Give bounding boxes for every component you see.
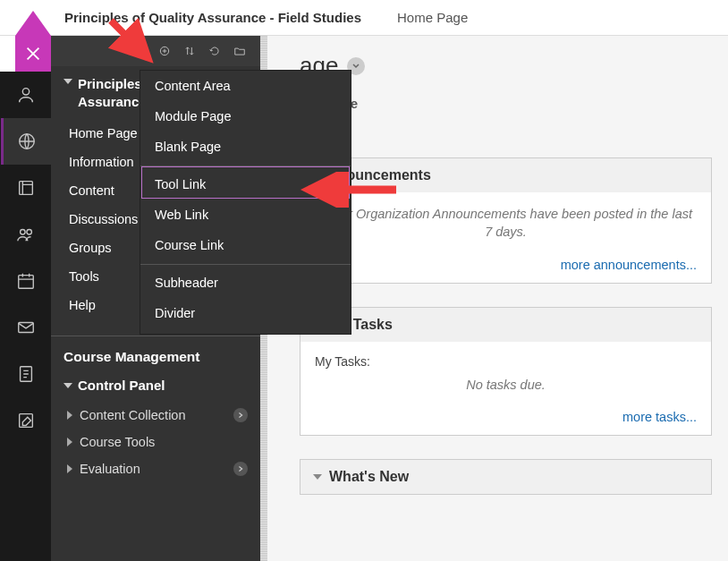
reorder-button[interactable] (178, 39, 201, 63)
doc-icon (16, 364, 36, 384)
mail-icon (16, 318, 36, 337)
rail-calendar[interactable] (1, 165, 51, 211)
more-tasks-link[interactable]: more tasks... (301, 406, 711, 435)
whatsnew-card: What's New (300, 459, 712, 495)
folder-button[interactable] (228, 39, 251, 63)
close-icon (23, 44, 43, 64)
rail-profile[interactable] (1, 72, 51, 118)
edit-icon (16, 411, 36, 430)
user-icon (16, 85, 36, 105)
tasks-card: My Tasks My Tasks: No tasks due. more ta… (300, 307, 712, 436)
course-management-header: Course Management (51, 349, 260, 378)
refresh-icon (208, 45, 221, 57)
tasks-empty: No tasks due. (315, 376, 697, 394)
svg-point-4 (26, 230, 30, 235)
whatsnew-header[interactable]: What's New (301, 460, 711, 494)
menu-module-page[interactable]: Module Page (140, 101, 351, 132)
control-panel-header[interactable]: Control Panel (51, 378, 260, 402)
divider (51, 336, 260, 336)
tasks-header[interactable]: My Tasks (301, 308, 711, 342)
chevron-down-icon (63, 383, 72, 388)
svg-point-3 (20, 230, 24, 235)
rail-community[interactable] (1, 211, 51, 258)
svg-rect-6 (18, 323, 33, 333)
cp-evaluation[interactable]: Evaluation (51, 455, 260, 482)
svg-line-10 (111, 21, 148, 58)
menu-divider[interactable]: Divider (140, 298, 351, 328)
rail-mail[interactable] (1, 304, 51, 351)
go-icon (233, 408, 248, 422)
announcements-empty: rse or Organization Announcements have b… (315, 205, 697, 242)
menu-course-link[interactable]: Course Link (140, 230, 351, 260)
chevron-right-icon (67, 411, 72, 420)
updown-icon (183, 45, 196, 57)
rail-edit[interactable] (1, 397, 51, 444)
people-icon (16, 225, 36, 244)
rail-schedule[interactable] (1, 258, 51, 304)
calendar-icon (16, 271, 36, 291)
chevron-down-icon (313, 474, 322, 480)
more-announcements-link[interactable]: more announcements... (301, 254, 711, 283)
breadcrumb-home[interactable]: Home Page (397, 10, 468, 25)
left-rail (0, 72, 51, 561)
annotation-arrow-1 (104, 13, 166, 76)
menu-blank-page[interactable]: Blank Page (140, 132, 351, 162)
svg-point-0 (22, 89, 29, 95)
close-button[interactable] (15, 36, 51, 72)
book-icon (16, 178, 36, 198)
svg-rect-2 (19, 182, 32, 195)
svg-rect-5 (18, 276, 33, 289)
control-panel-list: Content Collection Course Tools Evaluati… (51, 402, 260, 482)
add-course-module[interactable]: e Module (300, 96, 712, 111)
menu-content-area[interactable]: Content Area (140, 71, 351, 101)
annotation-arrow-2 (298, 172, 405, 208)
go-icon (233, 462, 248, 476)
chevron-right-icon (67, 438, 72, 446)
folder-icon (233, 45, 246, 57)
rail-courses[interactable] (1, 118, 51, 165)
cp-course-tools[interactable]: Course Tools (51, 429, 260, 455)
rail-docs[interactable] (1, 351, 51, 397)
refresh-button[interactable] (203, 39, 226, 63)
menu-subheader[interactable]: Subheader (140, 264, 351, 298)
chevron-down-icon (63, 79, 72, 84)
page-title-row: age (300, 52, 712, 80)
cp-content-collection[interactable]: Content Collection (51, 402, 260, 429)
globe-icon (17, 132, 37, 151)
tasks-label: My Tasks: (315, 354, 697, 369)
chevron-right-icon (67, 464, 72, 473)
